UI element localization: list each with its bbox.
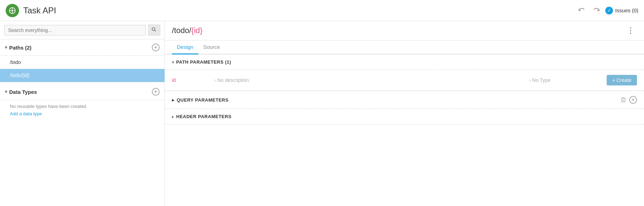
tabs-bar: Design Source bbox=[165, 40, 644, 54]
issues-check-icon: ✓ bbox=[605, 7, 613, 14]
app-title: Task API bbox=[23, 6, 576, 15]
header-params-title: HEADER PARAMETERS bbox=[176, 114, 231, 119]
param-desc-id: › No description. bbox=[214, 77, 529, 83]
paths-section-title: Paths (2) bbox=[9, 45, 31, 51]
header-params-section[interactable]: ▸ HEADER PARAMETERS bbox=[165, 109, 644, 124]
issues-button[interactable]: ✓ Issues (0) bbox=[605, 7, 638, 14]
paths-section-header[interactable]: ▾ Paths (2) + bbox=[0, 39, 165, 56]
svg-point-6 bbox=[152, 28, 155, 31]
search-bar bbox=[0, 21, 165, 39]
path-item-todo-id[interactable]: /todo/{id} bbox=[0, 69, 165, 82]
data-types-chevron-icon: ▾ bbox=[5, 89, 7, 94]
back-button[interactable] bbox=[576, 5, 588, 17]
path-param: {id} bbox=[191, 26, 203, 35]
sidebar: ▾ Paths (2) + /todo /todo/{id} ▾ Data Ty… bbox=[0, 21, 165, 206]
path-plain: /todo/ bbox=[172, 26, 191, 35]
add-query-param-button[interactable]: + bbox=[629, 96, 637, 104]
issues-label: Issues (0) bbox=[615, 7, 638, 13]
path-param-id: {id} bbox=[22, 72, 29, 78]
path-params-section: ▾ PATH PARAMETERS (1) id › No descriptio… bbox=[165, 54, 644, 91]
search-input[interactable] bbox=[4, 25, 146, 36]
main-content: /todo/{id} ⋮ Design Source ▾ PATH PARAME… bbox=[165, 21, 644, 206]
tab-design[interactable]: Design bbox=[172, 40, 198, 54]
param-row-id: id › No description. › No Type + Create bbox=[165, 70, 644, 91]
search-button[interactable] bbox=[148, 25, 160, 36]
data-types-title: Data Types bbox=[9, 89, 37, 95]
type-arrow-icon: › bbox=[529, 77, 531, 83]
param-name-id: id bbox=[172, 77, 214, 83]
top-header: Task API ✓ Issues (0) bbox=[0, 0, 644, 21]
forward-button[interactable] bbox=[590, 5, 602, 17]
query-params-chevron-icon: ▸ bbox=[172, 97, 175, 103]
main-layout: ▾ Paths (2) + /todo /todo/{id} ▾ Data Ty… bbox=[0, 21, 644, 206]
data-types-header[interactable]: ▾ Data Types + bbox=[0, 84, 165, 100]
path-title: /todo/{id} bbox=[172, 26, 203, 35]
add-data-type-link[interactable]: Add a data type bbox=[0, 110, 165, 120]
query-params-title: ▸ QUERY PARAMETERS bbox=[172, 97, 229, 103]
svg-line-7 bbox=[155, 30, 156, 31]
app-logo bbox=[6, 4, 19, 17]
path-item-todo[interactable]: /todo bbox=[0, 56, 165, 69]
path-params-chevron-icon: ▾ bbox=[172, 60, 174, 65]
no-types-text: No reusable types have been created. bbox=[0, 100, 165, 110]
paths-chevron-icon: ▾ bbox=[5, 45, 7, 50]
svg-point-1 bbox=[11, 9, 13, 12]
query-params-section[interactable]: ▸ QUERY PARAMETERS + bbox=[165, 91, 644, 109]
add-data-type-button[interactable]: + bbox=[152, 88, 160, 96]
paths-section: ▾ Paths (2) + /todo /todo/{id} bbox=[0, 39, 165, 82]
delete-query-params-button[interactable] bbox=[620, 97, 626, 103]
tab-source[interactable]: Source bbox=[198, 40, 225, 54]
path-params-header[interactable]: ▾ PATH PARAMETERS (1) bbox=[165, 54, 644, 70]
path-params-title: PATH PARAMETERS (1) bbox=[176, 59, 231, 65]
create-button[interactable]: + Create bbox=[607, 75, 637, 85]
add-path-button[interactable]: + bbox=[152, 44, 160, 51]
header-actions: ✓ Issues (0) bbox=[576, 5, 638, 17]
content-header: /todo/{id} ⋮ bbox=[165, 21, 644, 40]
arrow-icon: › bbox=[214, 77, 216, 83]
data-types-section: ▾ Data Types + No reusable types have be… bbox=[0, 82, 165, 120]
param-type-id: › No Type bbox=[529, 77, 607, 83]
header-params-chevron-icon: ▸ bbox=[172, 114, 174, 119]
more-options-button[interactable]: ⋮ bbox=[625, 26, 637, 35]
